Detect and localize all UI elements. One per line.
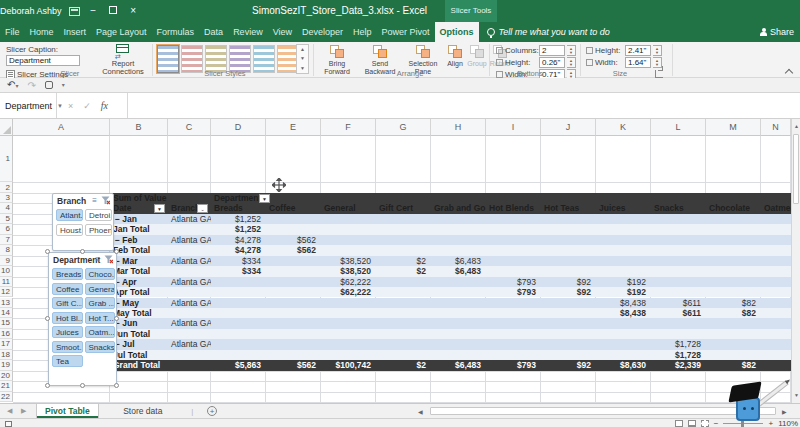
row-header-3[interactable]: 3 [0, 193, 13, 203]
pivot-value-cell[interactable]: $2 [376, 360, 431, 370]
scroll-down-arrow[interactable]: ▼ [793, 392, 800, 398]
redo-button[interactable]: ↷ [27, 79, 35, 92]
clear-filter-icon[interactable] [104, 255, 113, 264]
pivot-value-cell[interactable] [706, 329, 761, 339]
pivot-value-cell[interactable] [541, 256, 596, 266]
pivot-value-cell[interactable]: $8,630 [596, 360, 651, 370]
vertical-scroll-thumb[interactable] [793, 134, 799, 204]
spinner-buttons[interactable]: ▲▼ [653, 45, 662, 56]
pivot-value-cell[interactable]: $62,222 [321, 287, 376, 297]
minimize-button[interactable]: − [87, 4, 100, 18]
pivot-value-cell[interactable]: $611 [651, 308, 706, 318]
pivot-value-cell[interactable] [266, 256, 321, 266]
tab-page-layout[interactable]: Page Layout [91, 22, 152, 42]
page-break-view-icon[interactable] [701, 420, 709, 427]
column-header-K[interactable]: K [596, 119, 651, 136]
pivot-value-cell[interactable]: $1,728 [651, 339, 706, 349]
account-user-name[interactable]: Deborah Ashby [0, 6, 62, 16]
name-box[interactable]: Department ▼ [0, 93, 57, 118]
pivot-value-cell[interactable] [431, 245, 486, 255]
spinner-buttons[interactable]: ▲▼ [567, 45, 576, 56]
pivot-value-cell[interactable] [596, 256, 651, 266]
pivot-value-cell[interactable] [541, 235, 596, 245]
pivot-value-cell[interactable] [651, 266, 706, 276]
pivot-value-cell[interactable]: $92 [541, 287, 596, 297]
pivot-value-cell[interactable] [486, 214, 541, 224]
row-header-14[interactable]: 14 [0, 308, 13, 318]
department-item-breads[interactable]: Breads [52, 268, 83, 280]
pivot-value-cell[interactable]: $92 [541, 360, 596, 370]
pivot-value-cell[interactable]: $334 [211, 256, 266, 266]
department-slicer[interactable]: Department≡BreadsChoco...CoffeeGeneralGi… [48, 252, 117, 386]
pivot-value-cell[interactable] [431, 287, 486, 297]
ribbon-display-options-icon[interactable] [69, 7, 80, 16]
pivot-colhead-breads[interactable]: Breads [211, 203, 266, 213]
pivot-value-cell[interactable] [376, 277, 431, 287]
select-all-corner[interactable] [0, 119, 13, 136]
pivot-row-label[interactable]: − Apr [110, 277, 168, 287]
pivot-value-cell[interactable]: $793 [486, 360, 541, 370]
pivot-value-cell[interactable] [761, 360, 791, 370]
zoom-slider[interactable] [723, 423, 763, 424]
field-input[interactable]: 1.64" [625, 57, 651, 68]
pivot-value-cell[interactable] [761, 277, 791, 287]
pivot-value-cell[interactable] [651, 277, 706, 287]
column-header-B[interactable]: B [110, 119, 168, 136]
pivot-value-cell[interactable] [266, 329, 321, 339]
pivot-value-cell[interactable] [431, 329, 486, 339]
column-header-D[interactable]: D [211, 119, 266, 136]
close-button[interactable]: × [127, 4, 140, 18]
slicer-resize-handle[interactable] [114, 316, 119, 321]
undo-button[interactable]: ↶▾ [7, 78, 18, 93]
row-header-4[interactable]: 4 [0, 203, 13, 213]
sheet-tab-pivot-table[interactable]: Pivot Table [36, 404, 99, 418]
pivot-value-cell[interactable] [596, 318, 651, 328]
tab-formulas[interactable]: Formulas [152, 22, 200, 42]
row-header-13[interactable]: 13 [0, 298, 13, 308]
collapse-ribbon-chevron[interactable] [785, 69, 793, 77]
pivot-value-cell[interactable] [431, 308, 486, 318]
touch-mode-icon[interactable] [45, 81, 53, 89]
pivot-value-cell[interactable] [486, 339, 541, 349]
pivot-value-cell[interactable]: $4,278 [211, 235, 266, 245]
pivot-value-cell[interactable]: $8,438 [596, 298, 651, 308]
department-item-juices[interactable]: Juices [52, 326, 83, 338]
pivot-value-cell[interactable] [486, 350, 541, 360]
pivot-value-cell[interactable] [761, 339, 791, 349]
page-layout-view-icon[interactable] [688, 420, 696, 427]
pivot-value-cell[interactable] [211, 298, 266, 308]
pivot-value-cell[interactable] [596, 350, 651, 360]
pivot-value-cell[interactable] [486, 245, 541, 255]
pivot-value-cell[interactable] [266, 277, 321, 287]
spinner-buttons[interactable]: ▲▼ [567, 57, 576, 68]
column-header-G[interactable]: G [376, 119, 431, 136]
pivot-value-cell[interactable] [486, 235, 541, 245]
row-header-16[interactable]: 16 [0, 329, 13, 339]
pivot-colhead-hot-teas[interactable]: Hot Teas [541, 203, 596, 213]
branch-slicer[interactable]: Branch≡Atlant...Detroi...Houst...Phoen..… [52, 193, 114, 251]
column-header-I[interactable]: I [486, 119, 541, 136]
pivot-branch-cell[interactable] [168, 287, 211, 297]
pivot-colhead-oatmeal[interactable]: Oatmeal [761, 203, 791, 213]
row-header-6[interactable]: 6 [0, 224, 13, 234]
pivot-value-cell[interactable]: $62,222 [321, 277, 376, 287]
pivot-value-cell[interactable]: $562 [266, 245, 321, 255]
tab-view[interactable]: View [268, 22, 297, 42]
pivot-value-cell[interactable] [211, 277, 266, 287]
pivot-value-cell[interactable] [431, 318, 486, 328]
row-header-22[interactable]: 22 [0, 392, 13, 402]
pivot-branch-cell[interactable] [168, 350, 211, 360]
row-header-9[interactable]: 9 [0, 256, 13, 266]
pivot-value-cell[interactable] [431, 235, 486, 245]
row-header-8[interactable]: 8 [0, 245, 13, 255]
pivot-colhead-hot-blends[interactable]: Hot Blends [486, 203, 541, 213]
pivot-branch-cell[interactable] [168, 329, 211, 339]
pivot-branch-cell[interactable]: Atlanta GA [168, 214, 211, 224]
tab-review[interactable]: Review [228, 22, 268, 42]
pivot-colhead-coffee[interactable]: Coffee [266, 203, 321, 213]
department-item-hott[interactable]: Hot T... [85, 312, 116, 324]
pivot-value-cell[interactable] [266, 224, 321, 234]
contextual-tab-slicer-tools[interactable]: Slicer Tools [445, 0, 497, 22]
department-item-hotbl[interactable]: Hot Bl... [52, 312, 83, 324]
size-dialog-launcher[interactable] [655, 70, 663, 78]
